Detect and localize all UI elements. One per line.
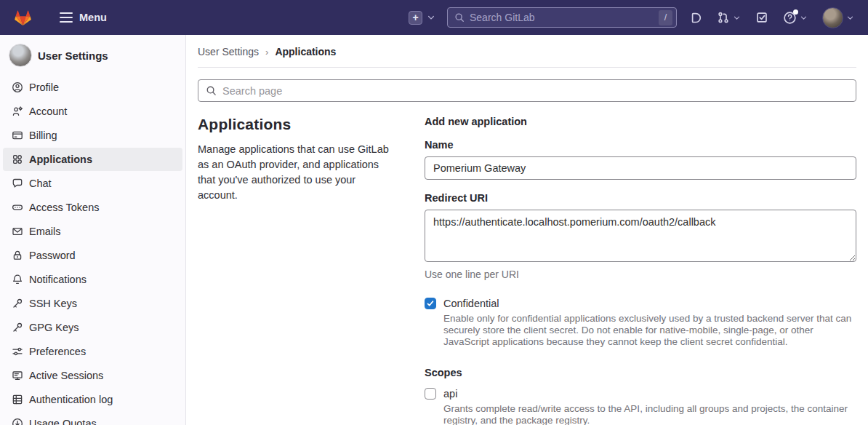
redirect-uri-hint: Use one line per URI	[425, 269, 856, 280]
chat-icon	[12, 178, 23, 189]
issues-button[interactable]	[687, 9, 704, 26]
hamburger-icon	[60, 12, 73, 23]
sidebar-item-label: GPG Keys	[29, 322, 79, 333]
help-button[interactable]	[781, 9, 810, 27]
sidebar-item-billing[interactable]: Billing	[3, 124, 182, 147]
sidebar-item-label: Emails	[29, 226, 61, 237]
profile-icon	[12, 82, 23, 93]
global-search-input[interactable]	[470, 12, 654, 23]
breadcrumb-user-settings-link[interactable]: User Settings	[198, 46, 259, 57]
sidebar-item-applications[interactable]: Applications	[3, 148, 182, 171]
usage-quotas-icon	[12, 418, 23, 425]
sidebar-item-usage-quotas[interactable]: Usage Quotas	[3, 412, 182, 425]
account-icon	[12, 106, 23, 117]
scope-checkbox[interactable]	[425, 388, 436, 400]
ssh-keys-icon	[12, 298, 23, 309]
sidebar-item-label: Chat	[29, 178, 52, 189]
sidebar-item-authentication-log[interactable]: Authentication log	[3, 388, 182, 411]
scope-item-api: api Grants complete read/write access to…	[425, 386, 856, 425]
sidebar-item-label: Usage Quotas	[29, 418, 97, 425]
menu-label: Menu	[79, 12, 107, 23]
breadcrumb-current: Applications	[275, 46, 336, 57]
sidebar-item-label: Profile	[29, 82, 59, 93]
sidebar-item-account[interactable]: Account	[3, 100, 182, 123]
sidebar-item-label: Notifications	[29, 274, 87, 285]
todos-button[interactable]	[753, 9, 771, 26]
sidebar-item-label: Applications	[29, 154, 92, 165]
gitlab-tanuki-icon	[13, 8, 33, 28]
access-tokens-icon	[12, 202, 23, 213]
emails-icon	[12, 226, 23, 237]
breadcrumb-separator-icon: ›	[265, 47, 268, 57]
plus-icon: +	[409, 11, 422, 25]
issues-icon	[689, 11, 702, 24]
page-search[interactable]	[198, 79, 856, 102]
merge-requests-button[interactable]	[715, 9, 743, 26]
notifications-icon	[12, 274, 23, 285]
merge-requests-icon	[717, 11, 730, 24]
page-title: Applications	[198, 115, 395, 134]
password-icon	[12, 250, 23, 261]
user-avatar	[9, 44, 32, 67]
confidential-label[interactable]: Confidential	[443, 296, 499, 311]
confidential-checkbox[interactable]	[425, 298, 436, 309]
add-application-form: Add new application Name Redirect URI ht…	[425, 115, 856, 425]
sidebar-header: User Settings	[0, 41, 185, 70]
chevron-down-icon	[427, 13, 435, 22]
sidebar-item-label: Billing	[29, 130, 57, 141]
global-search[interactable]: /	[447, 7, 677, 28]
chevron-down-icon	[846, 14, 854, 22]
sidebar-item-label: Password	[29, 250, 76, 261]
sidebar-item-ssh-keys[interactable]: SSH Keys	[3, 292, 182, 315]
sidebar-item-label: Preferences	[29, 346, 86, 357]
chevron-down-icon	[800, 14, 808, 22]
sidebar-item-label: Account	[29, 106, 67, 117]
authentication-log-icon	[12, 394, 23, 405]
main-content: User Settings › Applications Application…	[186, 35, 868, 425]
sidebar-item-label: Authentication log	[29, 394, 113, 405]
scope-description: Grants complete read/write access to the…	[443, 403, 856, 425]
menu-button[interactable]: Menu	[57, 7, 110, 28]
sidebar-item-profile[interactable]: Profile	[3, 76, 182, 99]
preferences-icon	[12, 346, 23, 357]
sidebar-item-gpg-keys[interactable]: GPG Keys	[3, 316, 182, 339]
new-menu-button[interactable]: +	[407, 9, 437, 26]
confidential-description: Enable only for confidential application…	[443, 313, 856, 348]
redirect-uri-textarea[interactable]: https://authenticate.localhost.pomerium.…	[425, 210, 856, 262]
redirect-uri-label: Redirect URI	[425, 191, 856, 204]
top-navbar: Menu + /	[0, 0, 868, 35]
sidebar-item-notifications[interactable]: Notifications	[3, 268, 182, 291]
breadcrumb: User Settings › Applications	[198, 35, 856, 68]
settings-sidebar: User Settings Profile Account Billing	[0, 35, 186, 425]
sidebar-title: User Settings	[38, 49, 108, 62]
sidebar-item-label: Active Sessions	[29, 370, 103, 381]
page-search-input[interactable]	[222, 85, 848, 97]
todos-icon	[755, 11, 768, 24]
sidebar-item-preferences[interactable]: Preferences	[3, 340, 182, 363]
sidebar-item-chat[interactable]: Chat	[3, 172, 182, 195]
application-name-input[interactable]	[425, 156, 856, 180]
sidebar-item-access-tokens[interactable]: Access Tokens	[3, 196, 182, 219]
gitlab-logo[interactable]	[12, 7, 33, 28]
name-label: Name	[425, 138, 856, 151]
gpg-keys-icon	[12, 322, 23, 333]
scopes-label: Scopes	[425, 367, 856, 378]
form-heading: Add new application	[425, 115, 856, 128]
search-icon	[454, 12, 465, 23]
active-sessions-icon	[12, 370, 23, 381]
notification-dot	[793, 9, 798, 15]
sidebar-item-active-sessions[interactable]: Active Sessions	[3, 364, 182, 387]
section-intro: Applications Manage applications that ca…	[198, 115, 395, 425]
applications-icon	[12, 154, 23, 165]
chevron-down-icon	[733, 14, 741, 22]
sidebar-item-password[interactable]: Password	[3, 244, 182, 267]
sidebar-nav: Profile Account Billing Applications	[0, 76, 185, 425]
billing-icon	[12, 130, 23, 141]
page-description: Manage applications that can use GitLab …	[198, 142, 395, 203]
user-menu-button[interactable]	[820, 5, 856, 31]
scopes-list: api Grants complete read/write access to…	[425, 386, 856, 425]
user-avatar	[822, 7, 843, 28]
sidebar-item-emails[interactable]: Emails	[3, 220, 182, 243]
scope-label[interactable]: api	[443, 386, 457, 401]
sidebar-item-label: SSH Keys	[29, 298, 77, 309]
